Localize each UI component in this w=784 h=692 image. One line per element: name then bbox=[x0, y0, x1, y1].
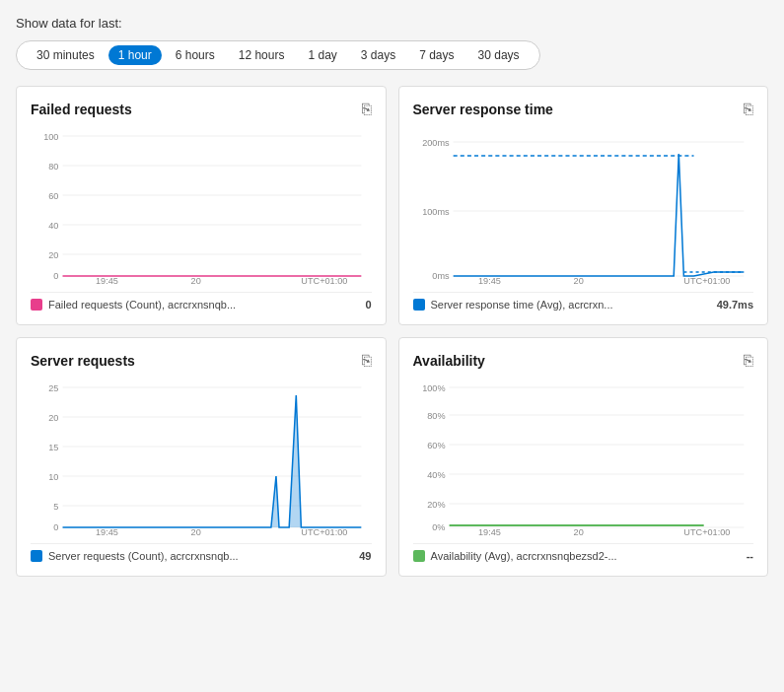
availability-card: Availability ⎘ 100% 80% 60% 40% 20% 0% bbox=[398, 337, 769, 577]
svg-text:19:45: 19:45 bbox=[478, 276, 501, 284]
availability-legend-text: Availability (Avg), acrcrxnsnqbezsd2-... bbox=[431, 550, 617, 562]
server-response-time-title: Server response time bbox=[413, 102, 553, 117]
filter-3days[interactable]: 3 days bbox=[351, 45, 405, 65]
filter-6hours[interactable]: 6 hours bbox=[166, 45, 225, 65]
svg-text:20: 20 bbox=[48, 250, 58, 260]
svg-text:20%: 20% bbox=[427, 500, 445, 510]
svg-text:19:45: 19:45 bbox=[96, 276, 118, 284]
svg-text:100ms: 100ms bbox=[422, 207, 450, 217]
server-response-time-pin-icon[interactable]: ⎘ bbox=[744, 101, 753, 118]
server-requests-legend-value: 49 bbox=[359, 550, 371, 562]
server-requests-chart: 25 20 15 10 5 0 1 bbox=[31, 378, 372, 535]
svg-text:20: 20 bbox=[573, 276, 583, 284]
filter-12hours[interactable]: 12 hours bbox=[229, 45, 295, 65]
server-requests-card: Server requests ⎘ 25 20 15 10 5 0 bbox=[16, 337, 387, 577]
availability-legend: Availability (Avg), acrcrxnsnqbezsd2-...… bbox=[413, 543, 754, 562]
charts-grid: Failed requests ⎘ 100 80 60 40 20 0 bbox=[16, 86, 768, 577]
svg-text:80: 80 bbox=[48, 162, 58, 172]
time-filter-bar: 30 minutes 1 hour 6 hours 12 hours 1 day… bbox=[16, 40, 540, 70]
failed-requests-legend-value: 0 bbox=[365, 299, 371, 311]
svg-text:UTC+01:00: UTC+01:00 bbox=[301, 276, 347, 284]
server-response-time-legend-text: Server response time (Avg), acrcrxn... bbox=[431, 299, 613, 311]
filter-1hour[interactable]: 1 hour bbox=[108, 45, 162, 65]
svg-text:UTC+01:00: UTC+01:00 bbox=[683, 527, 730, 535]
svg-text:0: 0 bbox=[53, 271, 58, 281]
svg-text:15: 15 bbox=[48, 443, 58, 452]
svg-text:0: 0 bbox=[53, 522, 58, 532]
availability-pin-icon[interactable]: ⎘ bbox=[744, 352, 753, 370]
svg-text:20: 20 bbox=[191, 527, 201, 535]
filter-30days[interactable]: 30 days bbox=[468, 45, 530, 65]
svg-text:200ms: 200ms bbox=[422, 138, 450, 148]
server-requests-pin-icon[interactable]: ⎘ bbox=[362, 352, 372, 370]
server-response-time-chart: 200ms 100ms 0ms 19:45 20 UTC+01:00 bbox=[413, 126, 754, 284]
svg-text:40%: 40% bbox=[427, 470, 445, 480]
availability-chart: 100% 80% 60% 40% 20% 0% 19:45 20 UTC+01:… bbox=[413, 378, 754, 535]
show-data-label: Show data for last: bbox=[16, 16, 768, 31]
availability-title: Availability bbox=[413, 353, 485, 369]
failed-requests-chart: 100 80 60 40 20 0 19:45 20 UTC+01:00 bbox=[31, 126, 372, 284]
server-requests-title: Server requests bbox=[31, 353, 135, 369]
failed-requests-legend: Failed requests (Count), acrcrxnsnqb... … bbox=[31, 292, 372, 311]
svg-text:40: 40 bbox=[48, 221, 58, 231]
svg-text:25: 25 bbox=[48, 383, 58, 393]
svg-text:19:45: 19:45 bbox=[478, 527, 501, 535]
svg-text:20: 20 bbox=[48, 413, 58, 423]
svg-text:60%: 60% bbox=[427, 441, 445, 450]
server-requests-legend: Server requests (Count), acrcrxnsnqb... … bbox=[31, 543, 372, 562]
filter-1day[interactable]: 1 day bbox=[298, 45, 346, 65]
svg-text:UTC+01:00: UTC+01:00 bbox=[683, 276, 730, 284]
svg-text:0ms: 0ms bbox=[432, 271, 450, 281]
svg-text:80%: 80% bbox=[427, 411, 445, 421]
failed-requests-pin-icon[interactable]: ⎘ bbox=[362, 101, 372, 118]
svg-text:100: 100 bbox=[43, 132, 58, 142]
filter-7days[interactable]: 7 days bbox=[409, 45, 463, 65]
svg-text:0%: 0% bbox=[432, 522, 445, 532]
server-requests-legend-text: Server requests (Count), acrcrxnsnqb... bbox=[48, 550, 239, 562]
failed-requests-legend-color bbox=[31, 299, 42, 311]
server-requests-legend-color bbox=[31, 550, 42, 562]
server-response-time-legend: Server response time (Avg), acrcrxn... 4… bbox=[413, 292, 754, 311]
failed-requests-card: Failed requests ⎘ 100 80 60 40 20 0 bbox=[16, 86, 387, 325]
svg-text:20: 20 bbox=[191, 276, 201, 284]
svg-text:100%: 100% bbox=[422, 383, 445, 393]
failed-requests-legend-text: Failed requests (Count), acrcrxnsnqb... bbox=[48, 299, 236, 311]
filter-30min[interactable]: 30 minutes bbox=[27, 45, 105, 65]
svg-text:60: 60 bbox=[48, 191, 58, 201]
svg-text:10: 10 bbox=[48, 472, 58, 482]
availability-legend-value: -- bbox=[747, 550, 753, 562]
server-response-time-legend-color bbox=[413, 299, 425, 311]
svg-text:20: 20 bbox=[573, 527, 583, 535]
server-response-time-legend-value: 49.7ms bbox=[717, 299, 753, 311]
server-response-time-card: Server response time ⎘ 200ms 100ms 0ms bbox=[398, 86, 769, 325]
availability-legend-color bbox=[413, 550, 425, 562]
failed-requests-title: Failed requests bbox=[31, 102, 132, 117]
svg-text:19:45: 19:45 bbox=[96, 527, 118, 535]
svg-text:UTC+01:00: UTC+01:00 bbox=[301, 527, 347, 535]
svg-text:5: 5 bbox=[53, 502, 58, 512]
